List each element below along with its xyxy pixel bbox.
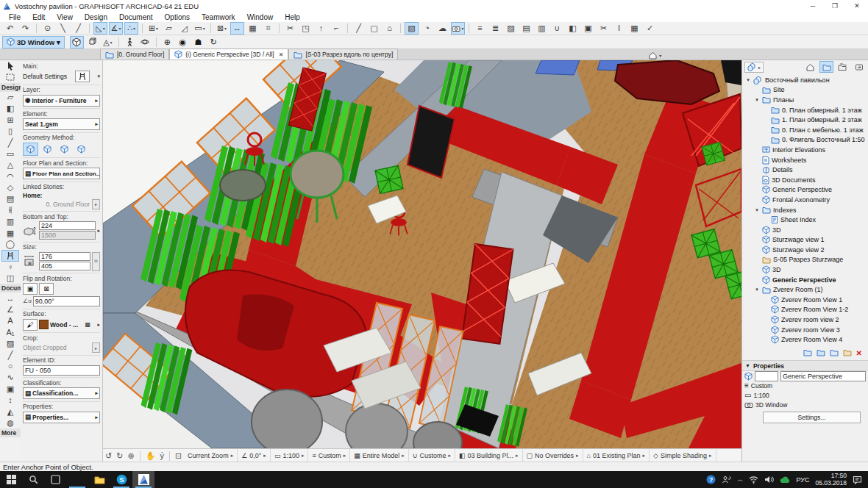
project-map-button[interactable] — [803, 61, 817, 73]
toolbar-grid-button[interactable]: ⊞▾ — [146, 22, 160, 35]
classification-button[interactable]: ▤ Classification... ▸ — [23, 387, 100, 399]
tray-people-icon[interactable] — [722, 476, 731, 484]
toolbar-paint-button[interactable]: ◧ — [566, 22, 580, 35]
tree-item-sheet-index[interactable]: Sheet Index — [742, 215, 868, 225]
element-id-field[interactable]: FU - 050 — [23, 365, 100, 376]
shell-tool[interactable]: ◠ — [1, 171, 19, 182]
menu-teamwork[interactable]: Teamwork — [196, 13, 241, 21]
quickbar-zoom-fit-button[interactable]: ⊕ — [127, 452, 134, 460]
tree-item-zverev-room-view-4[interactable]: Zverev Room View 4 — [742, 334, 868, 345]
layer-button[interactable]: ◉ Interior - Furniture ▸ — [23, 95, 100, 107]
floor-plan-section-button[interactable]: ▤ Floor Plan and Section... ▸ — [23, 168, 100, 179]
view-name-field[interactable]: Generic Perspective — [780, 371, 866, 381]
expander-icon[interactable]: ▾ — [754, 97, 760, 103]
clone-folder-button[interactable] — [803, 348, 812, 358]
morph-tool[interactable]: ◇ — [1, 182, 19, 193]
minimize-button[interactable]: ─ — [802, 0, 824, 12]
tree-item-frontal-axonometry[interactable]: Frontal Axonometry — [742, 195, 868, 205]
surface-paint-button[interactable]: 🖌 — [23, 319, 38, 331]
object-tool[interactable] — [1, 250, 19, 261]
stair-tool[interactable]: ▤ — [1, 193, 19, 204]
tray-chevron-up-icon[interactable]: ︿ — [737, 476, 743, 484]
quickbar-0-0[interactable]: ∠0,0°▸ — [238, 449, 271, 462]
tree-item-восточный-павильон[interactable]: ▾Восточный павильон — [742, 75, 868, 85]
top-offset-field[interactable]: 1500 — [39, 231, 96, 240]
taskbar-skype-button[interactable]: S — [110, 471, 132, 488]
curtain-wall-tool[interactable]: ▥ — [1, 216, 19, 227]
bottom-top-menu[interactable]: ▸ — [97, 228, 100, 234]
tree-item-0-план-с-мебелью-1-этаж[interactable]: 0. План с мебелью. 1 этаж — [742, 125, 868, 135]
menu-edit[interactable]: Edit — [26, 13, 51, 21]
toolbar-ubolt-button[interactable]: ∪ — [550, 22, 564, 35]
close-button[interactable]: ✕ — [846, 0, 868, 12]
toolbar-home-button[interactable]: ⌂ — [383, 22, 396, 35]
menu-design[interactable]: Design — [79, 13, 113, 21]
toolbar-book-button[interactable]: ▤ — [519, 22, 533, 35]
view-id-field[interactable] — [755, 371, 778, 381]
toolbar-undo-button[interactable]: ↶ — [3, 22, 17, 35]
tab-close-icon[interactable]: ✕ — [279, 51, 284, 58]
toolbar-eraser-button[interactable]: ▱ — [162, 22, 176, 35]
toolbar-pen-button[interactable]: ╱ — [71, 22, 85, 35]
line-tool[interactable]: ╱ — [1, 349, 19, 360]
toolbar-camera-button[interactable]: ▾ — [451, 22, 465, 35]
quickbar-simple-shading[interactable]: ◇Simple Shading▸ — [650, 449, 716, 462]
window-tool[interactable]: ⊞ — [1, 115, 19, 126]
publisher-sets-button[interactable] — [852, 61, 866, 73]
quickbar-zoom-area-button[interactable]: ⊡ — [175, 452, 182, 460]
column-tool[interactable]: ▯ — [1, 126, 19, 137]
mesh-tool[interactable]: ▦ — [1, 227, 19, 238]
gm-free-button[interactable] — [74, 143, 89, 156]
elevation-tool[interactable]: ◭ — [1, 406, 19, 417]
viewbar-cam-path-button[interactable]: ◬▾ — [101, 36, 115, 49]
toolbar-snap-guide-button[interactable]: ∡▾ — [109, 22, 123, 35]
toolbar-move-button[interactable]: ↔ — [230, 22, 244, 35]
viewbar-cube-persp-button[interactable] — [70, 36, 84, 49]
arrow-tool[interactable] — [1, 60, 19, 71]
taskbar-firefox-button[interactable]: ▫ — [66, 471, 88, 488]
section-tool[interactable]: ↕ — [1, 395, 19, 406]
tray-help-icon[interactable]: ? — [706, 475, 716, 484]
tray-onedrive-icon[interactable] — [780, 476, 790, 484]
circle-tool[interactable]: ○ — [1, 361, 19, 372]
menu-view[interactable]: View — [51, 13, 79, 21]
tree-item-zverev-room-view-2[interactable]: Zverev room view 2 — [742, 315, 868, 325]
quickbar-custome[interactable]: ∪Custome▸ — [409, 449, 455, 462]
surface-menu[interactable]: ▸ — [97, 322, 100, 328]
tree-item-generic-perspective[interactable]: Generic Perspective — [742, 275, 868, 285]
properties-button[interactable]: ▤ Properties... ▸ — [23, 412, 100, 423]
dimension-tool[interactable]: ↔ — [1, 293, 19, 304]
beam-tool[interactable]: ╱ — [1, 137, 19, 148]
tree-item-планы[interactable]: ▾Планы — [742, 95, 868, 105]
home-story-menu[interactable]: ▸ — [92, 199, 100, 209]
toolbar-crop-button[interactable]: ▢ — [367, 22, 381, 35]
viewbar-cube-axon-button[interactable] — [85, 36, 99, 49]
expander-icon[interactable]: ▾ — [745, 77, 751, 83]
quickbar-pan-button[interactable]: ✋ — [146, 452, 156, 460]
lamp-tool[interactable]: ♀ — [1, 262, 19, 273]
quickbar-rot-r-button[interactable]: ↻ — [116, 452, 123, 460]
quickbar-walker-button[interactable]: ỷ — [160, 452, 164, 460]
quickbar-1-100[interactable]: ▭1:100▸ — [271, 449, 309, 462]
tree-item-zverev-room-1[interactable]: ▾Zverev Room (1) — [742, 284, 868, 295]
tree-item-3d[interactable]: 3D — [742, 225, 868, 235]
spline-tool[interactable]: ∿ — [1, 372, 19, 383]
quickbar-entire-model[interactable]: ▦Entire Model▸ — [350, 449, 409, 462]
gm-rotated-button[interactable] — [40, 143, 55, 156]
tree-item-zverev-room-view-3[interactable]: Zverev room View 3 — [742, 325, 868, 335]
toolbar-dim-table-button[interactable]: ▦ — [246, 22, 260, 35]
toolbar-snap-point-button[interactable]: ∴▾ — [124, 22, 138, 35]
toolbar-hatch-button[interactable]: ▨ — [504, 22, 518, 35]
taskbar-explorer-button[interactable] — [88, 471, 110, 488]
default-settings-button[interactable] — [75, 71, 90, 82]
taskbar-search-button[interactable] — [22, 471, 44, 488]
toolbar-frame-button[interactable]: ▭▾ — [193, 22, 207, 35]
toolbar-layers-button[interactable]: ≡ — [473, 22, 487, 35]
crop-menu[interactable]: ▸ — [92, 342, 100, 353]
mirror-y-button[interactable]: ⊠ — [39, 283, 54, 295]
wall-tool[interactable]: ▱ — [1, 92, 19, 103]
tree-item-zverev-room-view-1-2[interactable]: Zverev Room View 1-2 — [742, 305, 868, 315]
tray-volume-icon[interactable] — [764, 476, 774, 484]
menu-document[interactable]: Document — [113, 13, 159, 21]
toolbar-corner-button[interactable]: ⌐ — [330, 22, 344, 35]
